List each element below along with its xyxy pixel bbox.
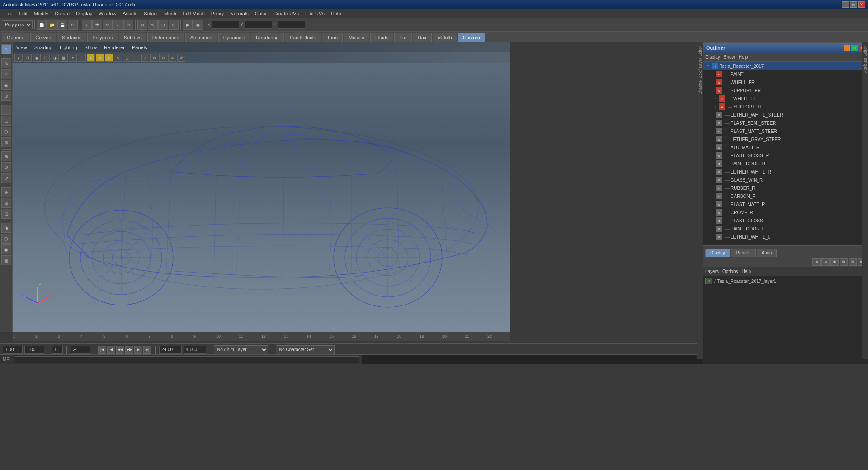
attr-editor-label[interactable]: Attribute Editor (863, 44, 868, 75)
minimize-button[interactable]: ─ (842, 1, 849, 8)
rotate-tool[interactable]: ↻ (103, 20, 113, 30)
tab-general[interactable]: General (2, 33, 29, 42)
menu-normals[interactable]: Normals (227, 10, 251, 17)
vp-btn-15[interactable]: ▷ (141, 54, 149, 62)
snap-grid[interactable]: ⊞ (137, 20, 147, 30)
outliner-row-carbon-r[interactable]: o — CARBON_R (703, 192, 868, 200)
skip-to-end-btn[interactable]: ▶| (143, 346, 151, 354)
tab-custom[interactable]: Custom (458, 33, 485, 42)
tab-dynamics[interactable]: Dynamics (218, 33, 250, 42)
vp-btn-4[interactable]: ⊟ (42, 54, 50, 62)
le-opt2-btn[interactable]: ▤ (840, 258, 848, 266)
scale-tool[interactable]: ⤢ (113, 20, 123, 30)
outliner-menu-show[interactable]: Show (724, 55, 735, 60)
snap-point[interactable]: ⊡ (158, 20, 168, 30)
menu-display[interactable]: Display (73, 10, 95, 17)
layer-menu-options[interactable]: Options (722, 269, 738, 274)
next-frame-btn[interactable]: ▶ (134, 346, 142, 354)
viewport-menu-renderer[interactable]: Renderer (104, 45, 125, 50)
outliner-row-plast-matt-steer[interactable]: o — PLAST_MATT_STEER (703, 127, 868, 135)
vp-btn-2[interactable]: ⊞ (24, 54, 32, 62)
layer-visibility-btn[interactable]: V (705, 278, 712, 284)
snap-live-btn[interactable]: ⊡ (1, 209, 11, 219)
outliner-menu-display[interactable]: Display (705, 55, 720, 60)
layer-content[interactable]: V / Tesla_Roadster_2017_layer1 (703, 276, 868, 364)
tab-fur[interactable]: Fur (394, 33, 412, 42)
wire-btn[interactable]: ⬡ (1, 234, 11, 244)
outliner-row-paint-door-l[interactable]: o — PAINT_DOOR_L (703, 225, 868, 233)
layer-menu-layers[interactable]: Layers (705, 269, 719, 274)
vp-btn-7[interactable]: ✦ (69, 54, 77, 62)
outliner-row-whell-fr[interactable]: o — WHELL_FR (703, 78, 868, 86)
outliner-row-tesla[interactable]: ▼ o Tesla_Roadster_2017 (703, 62, 868, 70)
menu-file[interactable]: File (2, 10, 15, 17)
menu-mesh[interactable]: Mesh (161, 10, 179, 17)
ipr-btn[interactable]: ◉ (193, 20, 203, 30)
texture-btn[interactable]: ▦ (1, 255, 11, 265)
prev-frame-btn[interactable]: ◀ (107, 346, 115, 354)
rotate-manip-btn[interactable]: ↺ (1, 162, 11, 172)
surface-tool-btn[interactable]: ◻ (1, 116, 11, 126)
z-field[interactable] (278, 21, 305, 29)
le-tab-anim[interactable]: Anim (757, 249, 777, 257)
le-create-btn[interactable]: ⊕ (812, 258, 821, 266)
menu-assets[interactable]: Assets (120, 10, 140, 17)
tab-muscle[interactable]: Muscle (344, 33, 369, 42)
select-tool[interactable]: ⊹ (82, 20, 92, 30)
play-btn[interactable]: ▶▶ (125, 346, 133, 354)
tab-animation[interactable]: Animation (185, 33, 217, 42)
tab-subdivs[interactable]: Subdivs (119, 33, 146, 42)
le-delete-btn[interactable]: ⊘ (821, 258, 830, 266)
outliner-row-plast-semi-steer[interactable]: o — PLAST_SEMI_STEER (703, 119, 868, 127)
outliner-row-lether-white-l[interactable]: o — LETHER_WHITE_L (703, 233, 868, 241)
render-btn[interactable]: ▶ (183, 20, 193, 30)
vp-btn-9[interactable]: ● (87, 54, 95, 62)
smooth-btn[interactable]: ◉ (1, 244, 11, 254)
vp-btn-1[interactable]: ▸ (14, 54, 23, 62)
outliner-row-support-fr[interactable]: o — SUPPORT_FR (703, 86, 868, 94)
vp-btn-16[interactable]: ⊗ (150, 54, 158, 62)
outliner-row-crome-r[interactable]: o — CROME_R (703, 208, 868, 216)
le-tab-render[interactable]: Render (731, 249, 756, 257)
y-field[interactable] (245, 21, 272, 29)
layer-menu-help[interactable]: Help (741, 269, 751, 274)
outliner-row-plast-gloss-r[interactable]: o — PLAST_GLOSS_R (703, 151, 868, 160)
scale-manip-btn[interactable]: ⤢ (1, 173, 11, 183)
viewport[interactable]: View Shading Lighting Show Renderer Pane… (13, 42, 510, 332)
joint-tool-btn[interactable]: ⊛ (1, 137, 11, 147)
vp-btn-14[interactable]: □ (132, 54, 140, 62)
outliner-row-rubber-r[interactable]: o — RUBBER_R (703, 184, 868, 192)
skip-to-start-btn[interactable]: |◀ (98, 346, 106, 354)
show-manip-btn[interactable]: ◈ (1, 187, 11, 197)
restore-button[interactable]: ▭ (850, 1, 857, 8)
menu-help[interactable]: Help (328, 10, 344, 17)
poly-tool-btn[interactable]: ⬡ (1, 127, 11, 136)
viewport-menu-panels[interactable]: Panels (132, 45, 147, 50)
outliner-content[interactable]: ▼ o Tesla_Roadster_2017 o — PAINT o — WH… (703, 62, 868, 245)
display-btn[interactable]: ◑ (1, 223, 11, 233)
save-button[interactable]: 💾 (57, 20, 67, 30)
outliner-row-glass-win-r[interactable]: o — GLASS_WIN_R (703, 176, 868, 184)
vp-btn-13[interactable]: ◻ (123, 54, 131, 62)
menu-edit-uvs[interactable]: Edit UVs (302, 10, 327, 17)
outliner-row-support-fl[interactable]: + o — SUPPORT_FL (703, 103, 868, 111)
vp-btn-12[interactable]: ↖ (114, 54, 122, 62)
snap-curve[interactable]: ∿ (148, 20, 158, 30)
mode-select[interactable]: Polygons (2, 20, 33, 29)
outliner-row-plast-matt-r[interactable]: o — PLAST_MATT_R (703, 200, 868, 208)
snap-surface[interactable]: ⊟ (169, 20, 179, 30)
menu-window[interactable]: Window (96, 10, 119, 17)
attr-editor-side-panel[interactable]: Attribute Editor (862, 42, 868, 359)
universal-tool[interactable]: ⊕ (123, 20, 133, 30)
menu-select[interactable]: Select (141, 10, 160, 17)
vp-btn-10[interactable]: ● (96, 54, 104, 62)
anim-layer-select[interactable]: No Anim Layer (214, 345, 268, 354)
channel-box-label[interactable]: Channel Box / Layer Editor (698, 44, 703, 97)
select-tool-btn[interactable]: ↖ (1, 44, 11, 54)
tab-rendering[interactable]: Rendering (251, 33, 284, 42)
anim-range-field[interactable] (184, 346, 206, 354)
vp-btn-8[interactable]: ⊕ (78, 54, 86, 62)
sculpt-tool-btn[interactable]: ◉ (1, 80, 11, 90)
expand-tesla[interactable]: ▼ (705, 63, 711, 69)
le-opt3-btn[interactable]: ▥ (849, 258, 857, 266)
